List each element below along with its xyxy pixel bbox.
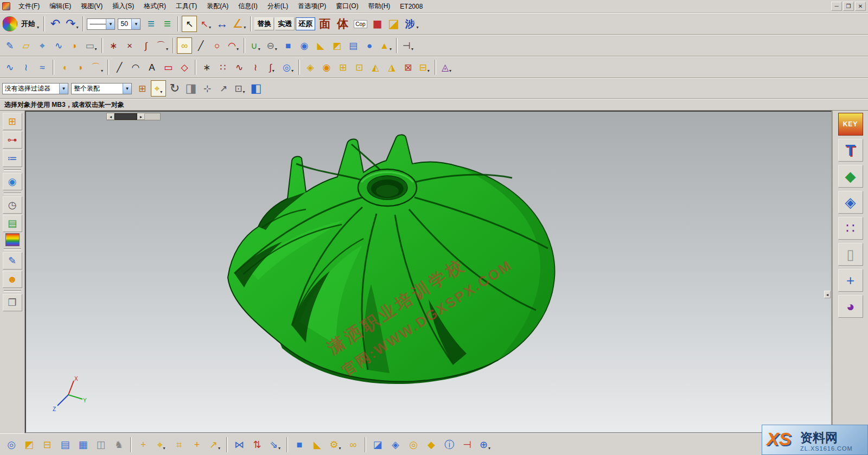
select-scope-button-dropdown-arrow[interactable]: ▾ [209,25,211,31]
wedge-feature-button[interactable]: ◣ [309,437,326,453]
text-tool-button[interactable]: A [144,59,159,75]
joint-button[interactable]: ⚙▾ [327,437,343,453]
transform-button[interactable]: ↗▾ [207,437,223,453]
block-feature-button[interactable]: ■ [291,437,308,453]
viewport-hscrollbar[interactable]: ◄ ► [106,113,161,120]
windows-panes-button[interactable]: ❐ [3,294,22,311]
layer-category-button[interactable]: ≡ [159,16,175,32]
assembly-cut-button[interactable]: ◪ [369,437,386,453]
project-curve-button[interactable]: ⌒▾ [155,37,170,54]
menu-item-8[interactable]: 分析(L) [263,1,293,12]
point-set-button[interactable]: ∷ [215,59,231,75]
offset-face-button[interactable]: ⊞ [335,59,350,75]
scale-body-button[interactable]: ⊡ [352,59,367,75]
reuse-library-button[interactable]: ◉ [3,173,22,190]
redo-button-dropdown-arrow[interactable]: ▾ [76,25,78,31]
start-button[interactable]: 开始▾ [18,16,41,32]
pan-view-button[interactable]: ⊹ [200,80,215,97]
ring-feature-button[interactable]: ◎ [405,437,422,453]
split-body-button[interactable]: ◮ [384,59,399,75]
align-button-dropdown-arrow[interactable]: ▾ [163,446,165,452]
add-component-button[interactable]: + [189,437,205,453]
subtract-button-dropdown-arrow[interactable]: ▾ [275,47,277,53]
molded-surface-button[interactable]: ◗ [73,59,88,75]
she-button[interactable]: 涉▾ [403,16,420,32]
more-features-button[interactable]: ◬▾ [439,59,454,75]
constraint-button[interactable]: ⊣▾ [400,37,416,54]
true-shading-button[interactable]: 实透 [275,17,295,30]
datum-csys-button[interactable]: ⌖ [35,37,50,54]
viewport-collapse-arrow[interactable]: ◄ [824,291,831,298]
plane-tool-button-dropdown-arrow[interactable]: ▾ [95,47,97,53]
scope-filter-select-arrow[interactable]: ▼ [123,84,131,94]
assembly-search-button[interactable]: ⊞ [135,80,150,97]
menu-item-5[interactable]: 工具(T) [171,1,202,12]
spectrum-button[interactable] [5,233,20,246]
line-width-select-arrow[interactable]: ▼ [131,19,140,29]
menu-item-6[interactable]: 装配(A) [202,1,233,12]
palette-button[interactable]: ▤ [3,215,22,232]
orient-view-button[interactable]: ↻ [167,80,182,97]
patch-button[interactable]: ⊟▾ [417,59,432,75]
section-curve-button[interactable]: ∫ [138,37,154,54]
purple-pattern-button[interactable]: ∷ [838,217,863,240]
swept-button[interactable]: ≈ [35,59,50,75]
sketch-button[interactable]: ✎ [2,37,17,54]
block-button[interactable]: ■ [280,37,296,54]
line-style-select-arrow[interactable]: ▼ [106,19,114,29]
unite-button[interactable]: ∪▾ [248,37,263,54]
history-button[interactable]: ◷ [3,196,22,214]
remove-parameters-button[interactable]: ⊣ [459,437,475,453]
ruled-surface-button[interactable]: ∿ [2,59,17,75]
undo-button[interactable]: ↶ [48,16,63,32]
layer-settings-button[interactable]: ≡ [143,16,158,32]
menu-item-10[interactable]: 窗口(O) [331,1,363,12]
blue-module-button[interactable]: ◈ [838,191,863,214]
rect-select-button[interactable]: ⊡▾ [232,80,247,97]
arc-tool-button[interactable]: ◠ [128,59,143,75]
pad-button[interactable]: ▤ [346,37,361,54]
shape-morph-button[interactable]: ♞ [111,437,127,453]
constraint-button-dropdown-arrow[interactable]: ▾ [411,47,413,53]
polygon-tool-button[interactable]: ◇ [177,59,192,75]
datum-target-button-dropdown-arrow[interactable]: ▾ [488,446,490,452]
tube-button-dropdown-arrow[interactable]: ▾ [291,68,293,75]
tube-button[interactable]: ◎▾ [280,59,296,75]
line-style-select[interactable]: ────▼ [87,18,115,30]
plane-tool-button[interactable]: ▭▾ [84,37,99,54]
purple-ball-button[interactable]: ◕ [838,295,863,318]
scope-filter-select[interactable]: 整个装配▼ [71,83,132,94]
info-feature-button[interactable]: ⓘ [441,437,457,453]
groove-button[interactable]: ◫ [93,437,109,453]
roles-button[interactable]: ☻ [3,271,22,288]
green-fitting-button[interactable]: ◆ [838,165,863,188]
project-curve-button-dropdown-arrow[interactable]: ▾ [166,47,168,53]
snap-point-button[interactable]: ⌖▾ [151,80,166,97]
drag-tool-button[interactable]: ↗ [216,80,231,97]
wrap-geometry-button[interactable]: ◉ [319,59,334,75]
part-navigator-button[interactable]: ≔ [3,150,22,167]
gem-feature-button[interactable]: ◆ [423,437,439,453]
graphics-viewport[interactable]: ◄ ► [25,111,832,433]
impeller-3d-model[interactable] [224,132,571,393]
cone-button[interactable]: ▲▾ [378,37,393,54]
menu-item-1[interactable]: 编辑(E) [44,1,76,12]
scroll-right-button[interactable]: ► [137,113,145,120]
delete-face-button[interactable]: ⊠ [400,59,416,75]
scroll-thumb[interactable] [114,113,137,120]
circle-button[interactable]: ○ [209,37,225,54]
merge-button[interactable]: ⇘▾ [267,437,283,453]
mirror-assembly-button[interactable]: ⋈ [231,437,247,453]
bounded-plane-button[interactable]: ◖ [57,59,72,75]
constraint-navigator-button[interactable]: ⊶ [3,131,22,149]
type-filter-select-arrow[interactable]: ▼ [59,84,68,94]
divide-button[interactable]: ⇅ [249,437,265,453]
cylinder-button[interactable]: ◉ [297,37,312,54]
sphere-button[interactable]: ● [362,37,377,54]
emboss-button[interactable]: ◈ [303,59,318,75]
select-scope-button[interactable]: ↖▾ [198,16,213,32]
hole-button[interactable]: ◎ [3,437,20,453]
red-cube-button[interactable]: ◼ [370,16,385,32]
snap-point-button-dropdown-arrow[interactable]: ▾ [160,89,162,96]
restore-button[interactable]: 还原 [296,17,315,30]
